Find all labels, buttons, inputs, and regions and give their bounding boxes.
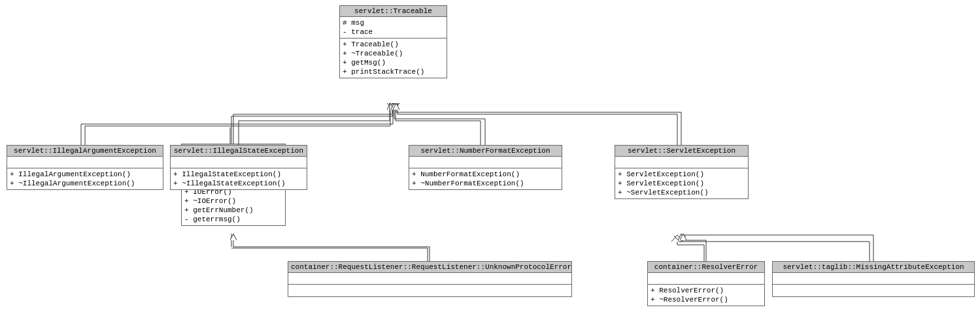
- numberformat-methods: + NumberFormatException() + ~NumberForma…: [409, 168, 562, 189]
- servletexception-box: servlet::ServletException + ServletExcep…: [615, 145, 749, 199]
- illegalstate-attributes: [171, 157, 307, 168]
- requestlistener-title: container::RequestListener::RequestListe…: [288, 262, 571, 273]
- requestlistener-attributes: [288, 273, 571, 285]
- numberformat-title: servlet::NumberFormatException: [409, 146, 562, 157]
- traceable-attributes: # msg - trace: [340, 17, 447, 39]
- illegalargument-methods: + IllegalArgumentException() + ~IllegalA…: [7, 168, 163, 189]
- numberformat-attributes: [409, 157, 562, 168]
- illegalstate-title: servlet::IllegalStateException: [171, 146, 307, 157]
- illegalargument-box: servlet::IllegalArgumentException + Ille…: [7, 145, 163, 190]
- servletexception-methods: + ServletException() + ServletException(…: [615, 168, 748, 198]
- requestlistener-methods: [288, 285, 571, 296]
- resolvererror-attributes: [648, 273, 764, 285]
- illegalargument-attributes: [7, 157, 163, 168]
- missingattribute-attributes: [773, 273, 974, 285]
- resolvererror-title: container::ResolverError: [648, 262, 764, 273]
- resolvererror-box: container::ResolverError + ResolverError…: [647, 261, 765, 306]
- resolvererror-methods: + ResolverError() + ~ResolverError(): [648, 285, 764, 306]
- traceable-methods: + Traceable() + ~Traceable() + getMsg() …: [340, 39, 447, 78]
- missingattribute-box: servlet::taglib::MissingAttributeExcepti…: [772, 261, 975, 297]
- missingattribute-methods: [773, 285, 974, 296]
- uml-diagram: servlet::Traceable # msg - trace + Trace…: [0, 0, 980, 331]
- numberformat-box: servlet::NumberFormatException + NumberF…: [409, 145, 562, 190]
- illegalstate-methods: + IllegalStateException() + ~IllegalStat…: [171, 168, 307, 189]
- requestlistener-box: container::RequestListener::RequestListe…: [288, 261, 572, 297]
- illegalargument-title: servlet::IllegalArgumentException: [7, 146, 163, 157]
- servletexception-attributes: [615, 157, 748, 168]
- missingattribute-title: servlet::taglib::MissingAttributeExcepti…: [773, 262, 974, 273]
- traceable-box: servlet::Traceable # msg - trace + Trace…: [339, 5, 447, 78]
- illegalstate-box: servlet::IllegalStateException + Illegal…: [170, 145, 307, 190]
- traceable-title: servlet::Traceable: [340, 6, 447, 17]
- servletexception-title: servlet::ServletException: [615, 146, 748, 157]
